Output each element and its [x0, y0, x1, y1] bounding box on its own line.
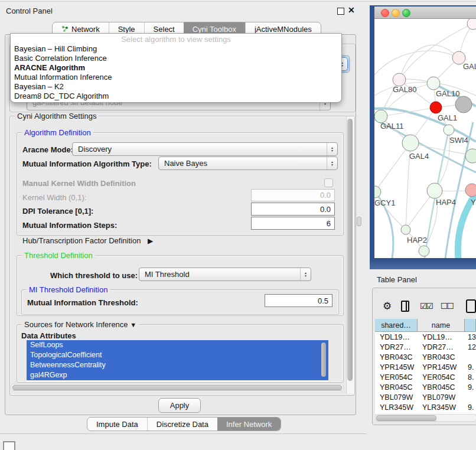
- mi-threshold-field[interactable]: 0.5: [265, 294, 332, 307]
- mi-type-select[interactable]: Naive Bayes ▲▼: [158, 156, 338, 170]
- table-cell: YDL19…: [418, 332, 465, 342]
- table-row[interactable]: YLR345WYLR345W9.: [375, 402, 476, 412]
- node-hap4[interactable]: [427, 183, 442, 198]
- close-icon[interactable]: ✕: [348, 5, 355, 15]
- hub-definition-expander[interactable]: Hub/Transcription Factor Definition ▶: [22, 236, 153, 245]
- settings-scrollbar-thumb[interactable]: [347, 119, 353, 381]
- control-panel-bottom-border: [0, 433, 366, 434]
- attribute-item-selfloops[interactable]: SelfLoops: [27, 340, 328, 350]
- stepper-icon: ▲▼: [327, 157, 337, 169]
- table-cell: YDR27…: [418, 342, 465, 352]
- tab-infer-network[interactable]: Infer Network: [217, 418, 281, 431]
- mi-type-label: Mutual Information Algorithm Type:: [22, 159, 152, 168]
- table-cell: YBR045C: [418, 382, 465, 392]
- table-row[interactable]: YBL079WYBL079W: [375, 392, 476, 402]
- attributes-scrollbar-thumb[interactable]: [321, 343, 326, 377]
- close-traffic-light-icon[interactable]: [381, 9, 389, 17]
- manual-kernel-checkbox[interactable]: [324, 178, 333, 187]
- table-cell: 8.: [465, 372, 476, 382]
- tab-impute-data[interactable]: Impute Data: [87, 418, 147, 431]
- node-swi4[interactable]: [444, 125, 454, 135]
- network-window-titlebar[interactable]: [374, 6, 476, 19]
- tab-label: Cyni Toolbox: [193, 25, 236, 34]
- data-attributes-list[interactable]: SelfLoopsTopologicalCoefficientBetweenne…: [27, 340, 328, 381]
- dropdown-item-aracne-algorithm[interactable]: ARACNE Algorithm: [11, 63, 341, 73]
- node-label-gal4: GAL4: [409, 152, 429, 161]
- dropdown-item-basic-correlation-inference[interactable]: Basic Correlation Inference: [11, 54, 341, 63]
- collapse-down-icon[interactable]: ▼: [130, 321, 136, 328]
- node-hap2[interactable]: [401, 225, 410, 234]
- column-header-shared…[interactable]: shared…: [375, 319, 418, 332]
- table-cell: YPR145W: [418, 362, 465, 372]
- hub-definition-label: Hub/Transcription Factor Definition: [22, 236, 141, 245]
- table-cell: 9.: [465, 362, 476, 372]
- minimized-panel-icon[interactable]: [3, 441, 15, 450]
- attribute-item-topologicalcoefficient[interactable]: TopologicalCoefficient: [27, 350, 328, 360]
- table-hscroll-thumb[interactable]: [376, 415, 436, 421]
- table-cell: YBR043C: [375, 352, 418, 362]
- node-label-gal11: GAL11: [380, 122, 404, 131]
- node-pink-right[interactable]: [465, 184, 476, 197]
- node-table[interactable]: shared…nameYDL19…YDL19…13YDR27…YDR27…12Y…: [375, 319, 476, 414]
- dropdown-item-bayesian-k2[interactable]: Bayesian – K2: [11, 82, 341, 92]
- node-gal1[interactable]: [430, 102, 442, 113]
- table-row[interactable]: YER054CYER054C8.: [375, 372, 476, 382]
- table-row[interactable]: YBR045CYBR045C9.: [375, 382, 476, 392]
- table-row[interactable]: YPR145WYPR145W9.: [375, 362, 476, 372]
- function-builder-icon[interactable]: [466, 299, 476, 313]
- which-threshold-select[interactable]: MI Threshold ▲▼: [139, 268, 311, 281]
- column-header-name[interactable]: name: [418, 319, 465, 332]
- network-canvas[interactable]: GALGAL80GAL10GAL1GAL11SWI4GAL4GCY1HAP4YH…: [374, 19, 476, 258]
- node-gray-node[interactable]: [455, 96, 472, 113]
- dpi-tolerance-field[interactable]: 0.0: [251, 203, 335, 216]
- tab-label: Network: [71, 25, 100, 34]
- settings-hscroll-thumb[interactable]: [12, 385, 342, 390]
- node-gal11[interactable]: [374, 110, 387, 123]
- node-label-gal-right: GAL: [463, 62, 476, 71]
- node-label-gal10: GAL10: [436, 89, 459, 98]
- attribute-item-betweennesscentrality[interactable]: BetweennessCentrality: [27, 360, 328, 370]
- tab-discretize-data[interactable]: Discretize Data: [147, 418, 217, 431]
- dpi-tolerance-value: 0.0: [320, 205, 331, 214]
- network-window-bottom-frame: [370, 258, 476, 269]
- kernel-width-field[interactable]: 0.0: [251, 189, 335, 201]
- node-bottom-node[interactable]: [419, 246, 429, 256]
- manual-kernel-label: Manual Kernel Width Definition: [22, 179, 136, 188]
- aracne-mode-select[interactable]: Discovery ▲▼: [72, 142, 338, 156]
- dropdown-item-dream8-dc-tdc-algorithm[interactable]: Dream8 DC_TDC Algorithm: [11, 92, 341, 101]
- zoom-traffic-light-icon[interactable]: [402, 9, 410, 17]
- table-row[interactable]: YDR27…YDR27…12: [375, 342, 476, 352]
- mi-type-value: Naive Bayes: [164, 159, 207, 168]
- table-row[interactable]: YBR043CYBR043C: [375, 352, 476, 362]
- tab-label: Impute Data: [96, 420, 138, 429]
- node-gal10[interactable]: [427, 77, 440, 90]
- algorithm-dropdown-list: Select algorithm to view settings Bayesi…: [10, 33, 342, 103]
- node-gal80[interactable]: [393, 73, 406, 86]
- columns-icon[interactable]: [401, 301, 409, 312]
- float-panel-icon[interactable]: [337, 8, 344, 15]
- table-cell: YER054C: [418, 372, 465, 382]
- splitter-handle[interactable]: [357, 217, 361, 226]
- dropdown-item-mutual-information-inference[interactable]: Mutual Information Inference: [11, 73, 341, 82]
- mi-steps-field[interactable]: 6: [251, 217, 335, 230]
- minimize-traffic-light-icon[interactable]: [392, 9, 400, 17]
- node-gcy1[interactable]: [374, 186, 381, 198]
- network-icon: [61, 25, 69, 32]
- gear-icon[interactable]: ⚙: [383, 300, 392, 312]
- node-gal4[interactable]: [402, 135, 419, 151]
- mi-threshold-title: MI Threshold Definition: [27, 285, 110, 294]
- table-cell: 12: [465, 342, 476, 352]
- attribute-item-gal4rgexp[interactable]: gal4RGexp: [27, 370, 328, 380]
- table-cell: YBR045C: [375, 382, 418, 392]
- dropdown-item-bayesian-hill-climbing[interactable]: Bayesian – Hill Climbing: [11, 44, 341, 54]
- select-all-checkboxes-icon[interactable]: ☑☑: [420, 301, 432, 311]
- table-cell: YDR27…: [375, 342, 418, 352]
- column-header-cut[interactable]: [465, 319, 476, 332]
- mi-threshold-label: Mutual Information Threshold:: [27, 298, 138, 307]
- mi-threshold-value: 0.5: [318, 296, 328, 305]
- clear-all-checkboxes-icon[interactable]: ☐☐: [441, 301, 453, 311]
- kernel-width-value: 0.0: [320, 191, 331, 200]
- table-row[interactable]: YDL19…YDL19…13: [375, 332, 476, 342]
- node-top-right[interactable]: [467, 19, 476, 30]
- apply-button[interactable]: Apply: [158, 398, 201, 413]
